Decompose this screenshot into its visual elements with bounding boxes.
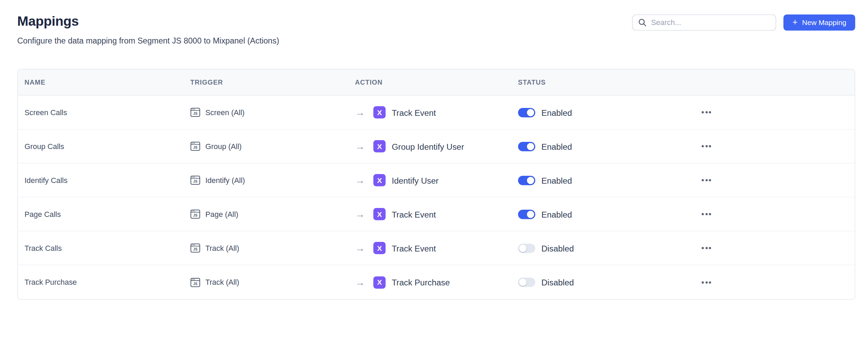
- trigger-label: Identify (All): [205, 176, 245, 184]
- trigger-icon-label: JS: [193, 180, 198, 183]
- trigger-label: Track (All): [205, 278, 239, 286]
- action-cell: → X Track Purchase: [355, 276, 518, 288]
- trigger-label: Page (All): [205, 210, 238, 218]
- search-input[interactable]: [651, 19, 770, 27]
- trigger-cell: JS Group (All): [190, 141, 355, 151]
- status-cell: Enabled: [518, 108, 699, 117]
- menu-cell: [699, 279, 848, 285]
- arrow-icon: →: [355, 243, 365, 253]
- row-menu-button[interactable]: [699, 211, 713, 217]
- search-icon: [638, 19, 647, 27]
- trigger-cell: JS Identify (All): [190, 175, 355, 185]
- action-label: Track Purchase: [392, 278, 450, 287]
- menu-cell: [699, 143, 848, 149]
- status-cell: Enabled: [518, 142, 699, 151]
- mixpanel-icon: X: [373, 276, 386, 288]
- new-mapping-button[interactable]: + New Mapping: [784, 14, 855, 30]
- menu-cell: [699, 177, 848, 183]
- js-window-icon: JS: [190, 209, 200, 219]
- trigger-icon-label: JS: [193, 213, 198, 217]
- mappings-table: NAME TRIGGER ACTION STATUS Screen Calls …: [17, 69, 855, 300]
- page-subtitle: Configure the data mapping from Segment …: [17, 36, 855, 45]
- table-row: Page Calls JS Page (All) → X Track Event…: [18, 197, 855, 231]
- new-mapping-label: New Mapping: [802, 19, 846, 27]
- column-header-trigger: TRIGGER: [190, 78, 355, 86]
- row-menu-button[interactable]: [699, 245, 713, 251]
- column-header-action: ACTION: [355, 78, 518, 86]
- table-body: Screen Calls JS Screen (All) → X Track E…: [18, 96, 855, 299]
- row-name: Identify Calls: [24, 176, 190, 184]
- table-row: Track Purchase JS Track (All) → X Track …: [18, 265, 855, 299]
- trigger-label: Track (All): [205, 244, 239, 252]
- table-header: NAME TRIGGER ACTION STATUS: [18, 70, 855, 96]
- row-menu-button[interactable]: [699, 279, 713, 285]
- plus-icon: +: [793, 18, 798, 27]
- trigger-cell: JS Page (All): [190, 209, 355, 219]
- menu-cell: [699, 109, 848, 115]
- js-window-icon: JS: [190, 141, 200, 151]
- action-label: Identify User: [392, 175, 439, 185]
- js-window-icon: JS: [190, 277, 200, 287]
- action-cell: → X Track Event: [355, 242, 518, 254]
- trigger-label: Group (All): [205, 142, 242, 150]
- table-row: Group Calls JS Group (All) → X Group Ide…: [18, 130, 855, 163]
- row-name: Group Calls: [24, 142, 190, 150]
- action-label: Track Event: [392, 108, 436, 117]
- menu-cell: [699, 245, 848, 251]
- arrow-icon: →: [355, 107, 365, 117]
- mixpanel-icon: X: [373, 140, 386, 152]
- row-menu-button[interactable]: [699, 177, 713, 183]
- row-menu-button[interactable]: [699, 143, 713, 149]
- status-toggle[interactable]: [518, 175, 535, 185]
- mixpanel-icon: X: [373, 242, 386, 254]
- arrow-icon: →: [355, 175, 365, 185]
- row-name: Page Calls: [24, 210, 190, 218]
- action-label: Group Identify User: [392, 142, 464, 151]
- status-cell: Enabled: [518, 209, 699, 219]
- trigger-label: Screen (All): [205, 108, 244, 116]
- table-row: Identify Calls JS Identify (All) → X Ide…: [18, 163, 855, 197]
- mixpanel-icon: X: [373, 174, 386, 186]
- js-window-icon: JS: [190, 107, 200, 117]
- status-label: Enabled: [541, 175, 572, 185]
- action-cell: → X Identify User: [355, 174, 518, 186]
- column-header-name: NAME: [24, 78, 190, 86]
- status-cell: Disabled: [518, 278, 699, 287]
- mappings-page: Mappings Configure the data mapping from…: [0, 0, 868, 344]
- action-label: Track Event: [392, 243, 436, 253]
- mixpanel-icon: X: [373, 106, 386, 119]
- toolbar: + New Mapping: [632, 14, 855, 30]
- action-cell: → X Group Identify User: [355, 140, 518, 152]
- search-box[interactable]: [632, 14, 776, 30]
- toggle-knob: [527, 210, 534, 218]
- status-label: Enabled: [541, 108, 572, 117]
- toggle-knob: [527, 143, 534, 150]
- status-label: Disabled: [541, 278, 574, 287]
- trigger-icon-label: JS: [193, 146, 198, 149]
- table-row: Screen Calls JS Screen (All) → X Track E…: [18, 96, 855, 130]
- status-toggle[interactable]: [518, 278, 535, 287]
- status-toggle[interactable]: [518, 243, 535, 253]
- status-toggle[interactable]: [518, 142, 535, 151]
- trigger-cell: JS Track (All): [190, 243, 355, 253]
- row-name: Screen Calls: [24, 108, 190, 116]
- status-toggle[interactable]: [518, 209, 535, 219]
- toggle-knob: [527, 109, 534, 116]
- arrow-icon: →: [355, 209, 365, 219]
- trigger-cell: JS Track (All): [190, 277, 355, 287]
- trigger-icon-label: JS: [193, 282, 198, 285]
- status-label: Enabled: [541, 142, 572, 151]
- status-cell: Enabled: [518, 175, 699, 185]
- toggle-knob: [519, 244, 526, 251]
- arrow-icon: →: [355, 141, 365, 151]
- mixpanel-icon: X: [373, 208, 386, 220]
- trigger-icon-label: JS: [193, 112, 198, 115]
- toggle-knob: [527, 176, 534, 184]
- js-window-icon: JS: [190, 243, 200, 253]
- status-toggle[interactable]: [518, 108, 535, 117]
- status-cell: Disabled: [518, 243, 699, 253]
- row-name: Track Calls: [24, 244, 190, 252]
- status-label: Disabled: [541, 243, 574, 253]
- action-cell: → X Track Event: [355, 208, 518, 220]
- row-menu-button[interactable]: [699, 109, 713, 115]
